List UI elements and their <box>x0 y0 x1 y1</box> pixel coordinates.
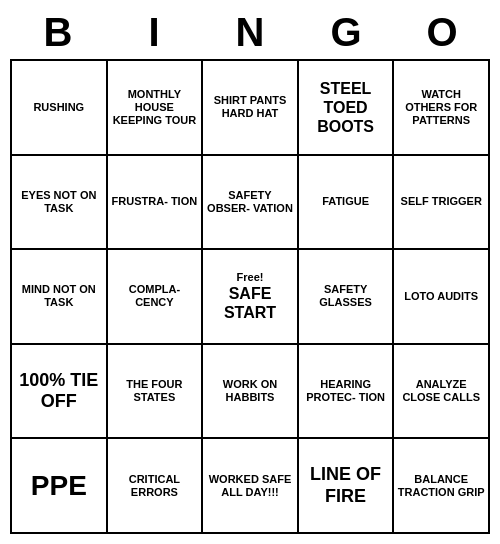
bingo-cell-r1c0: EYES NOT ON TASK <box>12 156 108 251</box>
bingo-cell-r2c4: LOTO AUDITS <box>394 250 490 345</box>
bingo-cell-r4c2: WORKED SAFE ALL DAY!!! <box>203 439 299 534</box>
bingo-cell-r3c2: WORK ON HABBITS <box>203 345 299 440</box>
bingo-cell-r0c0: RUSHING <box>12 61 108 156</box>
bingo-cell-r4c4: BALANCE TRACTION GRIP <box>394 439 490 534</box>
bingo-cell-r3c3: HEARING PROTEC- TION <box>299 345 395 440</box>
bingo-cell-r2c3: SAFETY GLASSES <box>299 250 395 345</box>
title-o: O <box>399 10 485 55</box>
bingo-cell-r4c0: PPE <box>12 439 108 534</box>
bingo-cell-r1c3: FATIGUE <box>299 156 395 251</box>
title-n: N <box>207 10 293 55</box>
bingo-cell-r0c1: MONTHLY HOUSE KEEPING TOUR <box>108 61 204 156</box>
bingo-cell-r1c4: SELF TRIGGER <box>394 156 490 251</box>
title-g: G <box>303 10 389 55</box>
bingo-cell-r2c0: MIND NOT ON TASK <box>12 250 108 345</box>
bingo-cell-r4c1: CRITICAL ERRORS <box>108 439 204 534</box>
bingo-cell-r1c1: FRUSTRA- TION <box>108 156 204 251</box>
bingo-title: B I N G O <box>10 10 490 55</box>
bingo-cell-r1c2: SAFETY OBSER- VATION <box>203 156 299 251</box>
bingo-cell-r4c3: LINE OF FIRE <box>299 439 395 534</box>
bingo-cell-r2c2: Free!SAFESTART <box>203 250 299 345</box>
bingo-cell-r3c0: 100% TIE OFF <box>12 345 108 440</box>
bingo-cell-r0c2: SHIRT PANTS HARD HAT <box>203 61 299 156</box>
bingo-cell-r3c4: ANALYZE CLOSE CALLS <box>394 345 490 440</box>
bingo-grid: RUSHINGMONTHLY HOUSE KEEPING TOURSHIRT P… <box>10 59 490 534</box>
title-b: B <box>15 10 101 55</box>
bingo-cell-r0c3: STEEL TOED BOOTS <box>299 61 395 156</box>
bingo-cell-r3c1: THE FOUR STATES <box>108 345 204 440</box>
title-i: I <box>111 10 197 55</box>
bingo-cell-r2c1: COMPLA- CENCY <box>108 250 204 345</box>
bingo-cell-r0c4: WATCH OTHERS FOR PATTERNS <box>394 61 490 156</box>
